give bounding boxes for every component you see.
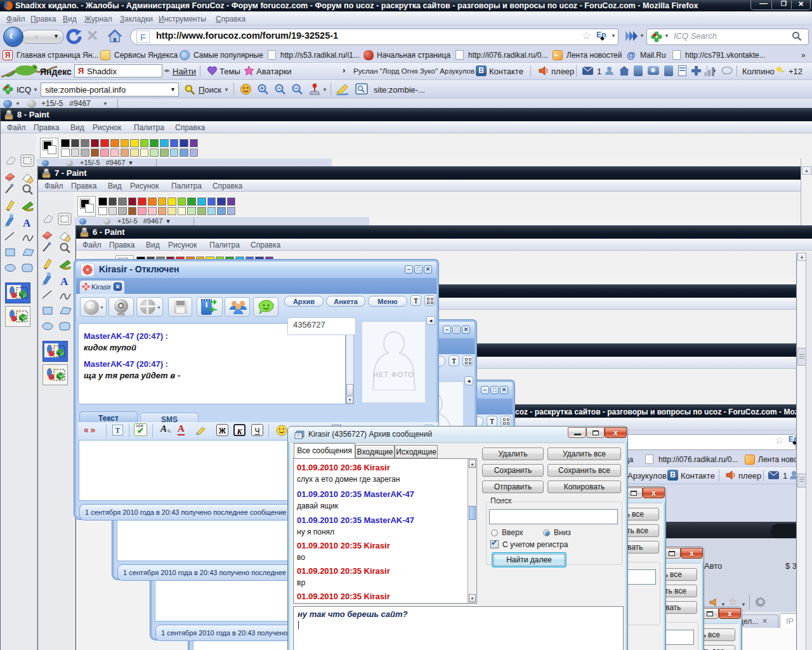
svg-text:A: A [60, 275, 69, 288]
svg-text:A: A [23, 217, 31, 229]
